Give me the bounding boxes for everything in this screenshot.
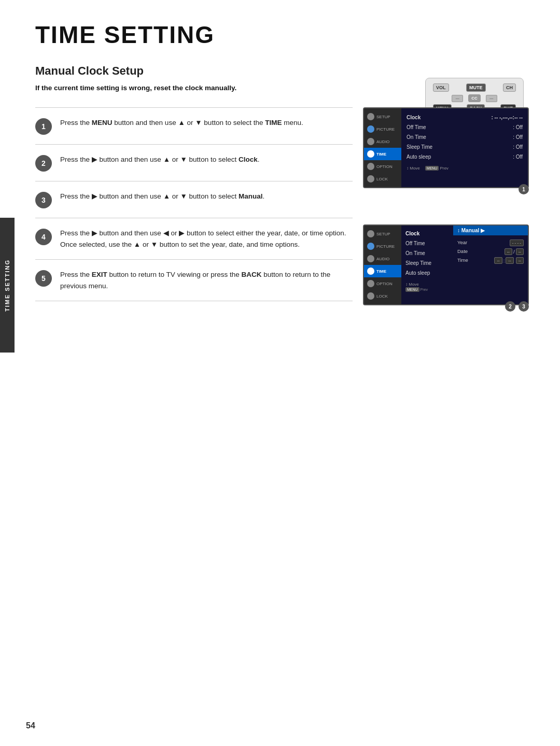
sidebar-2-time: TIME <box>364 265 401 277</box>
step-5-text: Press the EXIT button to return to TV vi… <box>60 269 353 291</box>
page-number: 54 <box>26 721 35 730</box>
submenu-header: ↕ Manual ▶ <box>453 226 528 235</box>
menu-row-autosleep: Auto sleep : Off <box>407 152 523 162</box>
menu-2-sleeptime: Sleep Time <box>405 258 449 268</box>
menu-row-sleeptime: Sleep Time : Off <box>407 142 523 152</box>
sidebar-option: OPTION <box>364 160 401 173</box>
screen-1-wrapper: SETUP PICTURE AUDIO <box>363 107 534 188</box>
sidebar-time: TIME <box>364 148 401 160</box>
lock-icon <box>367 175 374 182</box>
step-3-text: Press the ▶ button and then use ▲ or ▼ b… <box>60 191 353 202</box>
tv-sidebar-2: SETUP PICTURE AUDIO <box>364 226 401 304</box>
screen-2-badges: 2 3 <box>505 301 529 312</box>
sidebar-2-picture: PICTURE <box>364 240 401 252</box>
sidebar-2-lock: LOCK <box>364 290 401 302</box>
tv-screen-1: SETUP PICTURE AUDIO <box>363 107 529 188</box>
step-1: 1 Press the MENU button and then use ▲ o… <box>35 107 353 144</box>
cc-button: CC <box>468 94 481 102</box>
badge-2: 2 <box>505 301 515 312</box>
setup-icon-2 <box>367 230 374 237</box>
sidebar-2-setup: SETUP <box>364 228 401 240</box>
tv-move-prev-1: ↕ Move MENU Prev <box>407 166 523 171</box>
step-3: 3 Press the ▶ button and then use ▲ or ▼… <box>35 181 353 218</box>
time-icon <box>367 150 374 158</box>
menu-2-ontime: On Time <box>405 248 449 258</box>
step-4-circle: 4 <box>35 229 52 245</box>
menu-2-autosleep: Auto sleep <box>405 268 449 278</box>
side-tab: TIME SETTING <box>0 218 15 353</box>
page-title: TIME SETTING <box>35 21 534 49</box>
audio-icon-2 <box>367 255 374 262</box>
ch-button: CH <box>503 83 516 92</box>
submenu-time: Time -- : -- -- <box>457 256 524 265</box>
sidebar-2-option: OPTION <box>364 277 401 290</box>
setup-icon <box>367 113 374 120</box>
time-icon-2 <box>367 268 374 275</box>
tv-prev-2: MENU Prev <box>405 288 449 291</box>
step-4: 4 Press the ▶ button and then use ◀ or ▶… <box>35 218 353 259</box>
step-1-text: Press the MENU button and then use ▲ or … <box>60 117 353 129</box>
audio-icon <box>367 138 374 145</box>
content-layout: 1 Press the MENU button and then use ▲ o… <box>35 107 534 316</box>
tv-content-1: Clock : -- -,---,--:-- -- Off Time : Off… <box>401 108 528 187</box>
main-content: TIME SETTING VOL MUTE CH — CC — MENU BAC… <box>15 0 560 336</box>
option-icon-2 <box>367 280 374 287</box>
step-5: 5 Press the EXIT button to return to TV … <box>35 259 353 301</box>
picture-icon-2 <box>367 243 374 250</box>
badge-3: 3 <box>519 301 529 312</box>
sidebar-setup: SETUP <box>364 110 401 123</box>
menu-row-clock: Clock : -- -,---,--:-- -- <box>407 112 523 122</box>
submenu-year: Year - - - - <box>457 238 524 247</box>
side-tab-label: TIME SETTING <box>4 259 10 312</box>
menu-row-ontime: On Time : Off <box>407 132 523 142</box>
sidebar-audio: AUDIO <box>364 135 401 148</box>
mute-button: MUTE <box>466 83 486 92</box>
screen-2-wrapper: SETUP PICTURE AUDIO <box>363 224 534 305</box>
vol-button: VOL <box>433 83 449 92</box>
tv-submenu-2: ↕ Manual ▶ Year - - - - D <box>453 226 528 304</box>
section-heading: Manual Clock Setup <box>35 64 534 78</box>
lock-icon-2 <box>367 292 374 300</box>
badge-1: 1 <box>519 184 529 194</box>
step-5-circle: 5 <box>35 270 52 287</box>
screen-1-badge: 1 <box>519 184 529 194</box>
menu-2-offtime: Off Time <box>405 238 449 248</box>
sidebar-2-audio: AUDIO <box>364 252 401 265</box>
step-2: 2 Press the ▶ button and then use ▲ or ▼… <box>35 144 353 181</box>
sidebar-lock: LOCK <box>364 173 401 185</box>
step-2-text: Press the ▶ button and then use ▲ or ▼ b… <box>60 154 353 165</box>
step-1-circle: 1 <box>35 118 52 135</box>
menu-row-offtime: Off Time : Off <box>407 122 523 132</box>
tv-screen-2: SETUP PICTURE AUDIO <box>363 224 529 305</box>
step-2-circle: 2 <box>35 155 52 172</box>
tv-move-prev-2: ↕ Move <box>405 282 449 287</box>
option-icon <box>367 163 374 170</box>
submenu-body: Year - - - - Date -- / <box>453 235 528 304</box>
sidebar-picture: PICTURE <box>364 123 401 135</box>
step-4-text: Press the ▶ button and then use ◀ or ▶ b… <box>60 228 353 250</box>
steps-column: 1 Press the MENU button and then use ▲ o… <box>35 107 353 316</box>
tv-sidebar-1: SETUP PICTURE AUDIO <box>364 108 401 187</box>
tv-content-left-2: Clock Off Time On Time Sleep Time <box>401 226 453 304</box>
step-3-circle: 3 <box>35 192 52 208</box>
menu-2-clock: Clock <box>405 229 449 238</box>
picture-icon <box>367 125 374 133</box>
screens-right: SETUP PICTURE AUDIO <box>363 107 534 316</box>
submenu-date: Date -- / -- <box>457 247 524 256</box>
